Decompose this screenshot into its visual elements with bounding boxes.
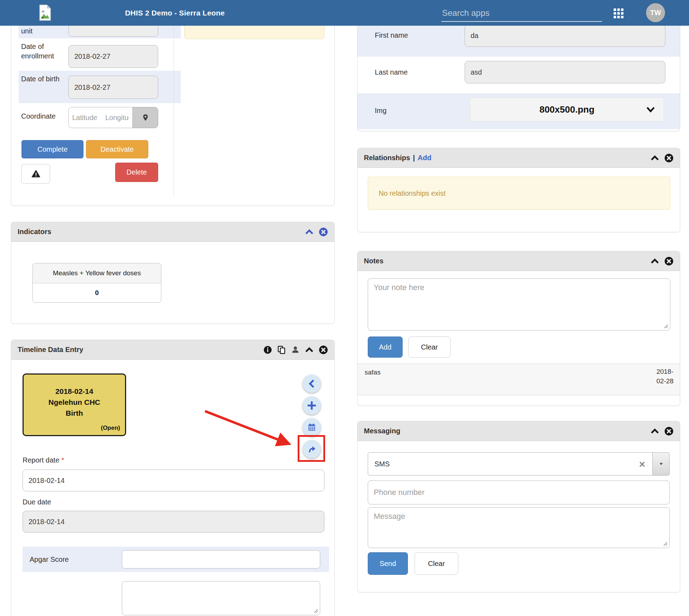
profile-panel: First name Last name Img 800x500.png bbox=[357, 10, 680, 131]
user-avatar[interactable]: TW bbox=[646, 3, 665, 22]
annotation-highlight-box bbox=[298, 435, 325, 462]
chevron-down-icon bbox=[646, 105, 655, 114]
apps-grid-icon[interactable] bbox=[613, 8, 624, 19]
enrollment-panel: unit Date of enrollment Date of birth Co… bbox=[11, 0, 335, 206]
notes-title: Notes bbox=[364, 257, 384, 265]
note-add-button[interactable]: Add bbox=[368, 337, 403, 358]
note-clear-button[interactable]: Clear bbox=[408, 337, 451, 358]
org-unit-label: unit bbox=[21, 26, 32, 36]
last-name-label: Last name bbox=[375, 68, 408, 77]
delete-button[interactable]: Delete bbox=[115, 163, 158, 182]
indicators-title: Indicators bbox=[18, 228, 51, 236]
indicators-panel: Indicators Measles + Yellow fever doses … bbox=[11, 222, 335, 324]
channel-dropdown-button[interactable] bbox=[653, 452, 670, 476]
page: unit Date of enrollment Date of birth Co… bbox=[0, 0, 689, 616]
due-date-label: Due date bbox=[23, 497, 51, 507]
message-textarea[interactable] bbox=[368, 507, 670, 548]
collapse-icon[interactable] bbox=[650, 257, 659, 266]
resize-grip-icon[interactable] bbox=[663, 323, 669, 329]
deactivate-button[interactable]: Deactivate bbox=[86, 140, 148, 158]
indicator-name: Measles + Yellow fever doses bbox=[33, 263, 161, 283]
indicator-value: 0 bbox=[33, 283, 161, 302]
img-label: Img bbox=[375, 106, 386, 115]
info-icon[interactable] bbox=[263, 346, 272, 354]
close-icon[interactable] bbox=[664, 153, 674, 163]
first-name-label: First name bbox=[375, 31, 408, 40]
panel-divider bbox=[174, 25, 174, 196]
phone-number-input[interactable] bbox=[368, 480, 670, 504]
resize-grip-icon[interactable] bbox=[663, 541, 668, 547]
event-status: (Open) bbox=[101, 425, 120, 432]
dropdown-arrow-icon bbox=[659, 461, 664, 466]
no-relationships-alert: No relationships exist bbox=[368, 177, 670, 210]
collapse-icon[interactable] bbox=[650, 427, 659, 436]
notes-panel: Notes Add Clear safas 2018-02-28 bbox=[357, 251, 680, 406]
timeline-header: Timeline Data Entry bbox=[11, 340, 334, 360]
longitude-input[interactable] bbox=[102, 107, 133, 128]
last-name-input bbox=[465, 61, 665, 83]
message-clear-button[interactable]: Clear bbox=[415, 552, 458, 575]
note-text: safas bbox=[365, 369, 380, 376]
message-channel-select[interactable]: SMS bbox=[368, 452, 653, 476]
date-of-birth-input[interactable] bbox=[68, 76, 158, 99]
message-textarea-wrap bbox=[368, 507, 670, 548]
comment-textarea[interactable] bbox=[122, 581, 320, 615]
collapse-icon[interactable] bbox=[305, 227, 314, 237]
relationships-title: Relationships bbox=[364, 154, 410, 162]
messaging-title: Messaging bbox=[364, 427, 400, 435]
due-date-input bbox=[23, 511, 324, 533]
messaging-header: Messaging bbox=[358, 421, 680, 441]
close-icon[interactable] bbox=[664, 427, 674, 436]
close-icon[interactable] bbox=[319, 227, 328, 237]
date-of-enrollment-label: Date of enrollment bbox=[21, 42, 65, 61]
send-button[interactable]: Send bbox=[368, 552, 408, 575]
complete-button[interactable]: Complete bbox=[21, 140, 83, 158]
resize-grip-icon[interactable] bbox=[313, 608, 319, 614]
copy-icon[interactable] bbox=[277, 345, 286, 354]
clear-selection-icon[interactable] bbox=[638, 460, 646, 468]
note-textarea-wrap bbox=[368, 278, 670, 331]
date-of-birth-label: Date of birth bbox=[21, 74, 60, 84]
person-icon[interactable] bbox=[291, 345, 300, 354]
top-bar: DHIS 2 Demo - Sierra Leone TW bbox=[0, 0, 689, 26]
relationships-separator: | bbox=[413, 154, 415, 162]
calendar-icon bbox=[307, 423, 316, 432]
app-logo-icon[interactable] bbox=[39, 5, 51, 21]
img-file-name: 800x500.png bbox=[539, 104, 594, 115]
report-date-input[interactable] bbox=[23, 470, 324, 491]
note-textarea[interactable] bbox=[368, 278, 670, 331]
warning-button[interactable] bbox=[21, 164, 50, 184]
latitude-input[interactable] bbox=[68, 107, 102, 128]
report-date-label-text: Report date bbox=[23, 456, 60, 464]
messaging-panel: Messaging SMS Send Clear bbox=[357, 421, 680, 592]
coordinate-label: Coordinate bbox=[21, 112, 56, 121]
event-stage: Birth bbox=[24, 408, 125, 419]
relationships-add-link[interactable]: Add bbox=[418, 154, 432, 162]
coordinate-map-button[interactable] bbox=[132, 107, 158, 128]
notes-header: Notes bbox=[358, 251, 680, 271]
close-icon[interactable] bbox=[319, 345, 328, 354]
comment-textarea-wrap bbox=[122, 581, 320, 615]
warning-triangle-icon bbox=[31, 169, 41, 178]
apgar-input[interactable] bbox=[122, 550, 320, 568]
timeline-title: Timeline Data Entry bbox=[18, 346, 83, 354]
collapse-icon[interactable] bbox=[650, 153, 659, 163]
app-title: DHIS 2 Demo - Sierra Leone bbox=[125, 0, 225, 26]
date-of-enrollment-input[interactable] bbox=[68, 45, 158, 68]
message-channel-value: SMS bbox=[374, 460, 390, 468]
timeline-schedule-button[interactable] bbox=[303, 418, 321, 436]
event-card[interactable]: 2018-02-14 Ngelehun CHC Birth (Open) bbox=[23, 373, 126, 436]
event-date: 2018-02-14 bbox=[24, 386, 125, 397]
chevron-left-icon bbox=[307, 379, 316, 388]
collapse-icon[interactable] bbox=[305, 345, 314, 354]
search-apps-input[interactable] bbox=[441, 5, 602, 22]
required-asterisk: * bbox=[62, 456, 64, 464]
timeline-add-event-button[interactable] bbox=[303, 396, 321, 415]
note-date: 2018-02-28 bbox=[648, 367, 674, 386]
relationships-header: Relationships | Add bbox=[358, 148, 680, 168]
timeline-back-button[interactable] bbox=[303, 375, 321, 393]
timeline-panel: Timeline Data Entry 2018-02-14 Ngelehun … bbox=[11, 340, 335, 616]
apgar-label: Apgar Score bbox=[30, 555, 69, 564]
img-file-dropdown[interactable]: 800x500.png bbox=[470, 98, 664, 121]
close-icon[interactable] bbox=[664, 257, 674, 266]
